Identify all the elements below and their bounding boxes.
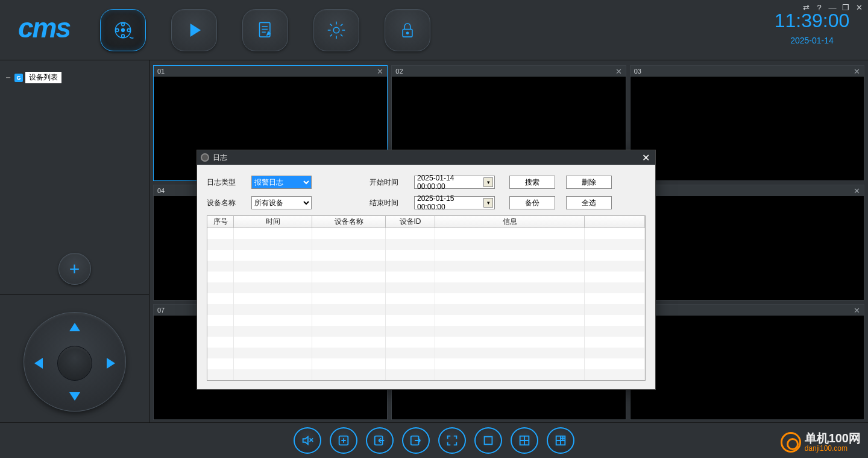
clock-time: 11:39:00 (767, 10, 857, 32)
close-icon[interactable]: ✕ (615, 67, 622, 76)
device-name-select[interactable]: 所有设备 (251, 196, 312, 209)
ptz-center-button[interactable] (57, 346, 92, 381)
lock-icon (396, 19, 419, 42)
dialog-close-button[interactable]: ✕ (640, 152, 652, 164)
document-edit-icon (254, 19, 277, 42)
gear-icon (325, 19, 348, 42)
close-icon[interactable]: ✕ (854, 186, 860, 196)
table-row[interactable] (207, 282, 645, 293)
ptz-up-button[interactable] (69, 323, 80, 331)
layout-9-button[interactable] (547, 427, 574, 454)
playback-tab[interactable] (171, 9, 217, 51)
next-page-button[interactable] (402, 427, 430, 454)
dialog-titlebar[interactable]: 日志 ✕ (197, 150, 655, 165)
svg-point-9 (406, 32, 408, 34)
lock-tab[interactable] (385, 9, 430, 51)
square-icon (482, 434, 495, 447)
log-type-select[interactable]: 报警日志 (251, 176, 312, 189)
video-cell-09[interactable]: 09✕ (630, 304, 864, 420)
log-dialog: 日志 ✕ 日志类型 报警日志 开始时间 2025-01-14 00:00:00 … (197, 150, 656, 390)
chevron-down-icon[interactable]: ▾ (483, 177, 493, 187)
bottom-toolbar: 单机100网 danji100.com (0, 422, 868, 457)
ptz-down-button[interactable] (69, 392, 80, 401)
col-time[interactable]: 时间 (234, 216, 312, 227)
backup-button[interactable]: 备份 (509, 196, 555, 209)
speaker-mute-icon (301, 434, 314, 447)
video-cell-03[interactable]: 03✕ (630, 65, 864, 181)
expand-icon (445, 434, 459, 447)
table-row[interactable] (207, 250, 645, 261)
record-tab[interactable] (100, 9, 146, 51)
table-row[interactable] (207, 358, 645, 369)
chevron-down-icon[interactable]: ▾ (483, 198, 493, 208)
arrow-in-left-icon (373, 434, 386, 447)
svg-point-1 (122, 28, 125, 31)
ptz-right-button[interactable] (107, 358, 115, 369)
mute-button[interactable] (294, 427, 321, 454)
grid-2x2-icon (518, 434, 531, 447)
table-row[interactable] (207, 293, 645, 304)
ptz-left-button[interactable] (34, 358, 43, 369)
table-row[interactable] (207, 369, 645, 380)
select-all-button[interactable]: 全选 (566, 196, 612, 209)
maximize-icon[interactable]: ❐ (840, 2, 851, 12)
watermark-en: danji100.com (805, 445, 861, 453)
end-time-picker[interactable]: 2025-01-15 00:00:00 ▾ (414, 196, 495, 209)
close-icon[interactable]: ✕ (377, 67, 383, 76)
svg-point-2 (122, 23, 125, 26)
dialog-app-icon (201, 153, 209, 162)
table-row[interactable] (207, 228, 645, 239)
close-icon[interactable]: ✕ (854, 67, 860, 76)
delete-button[interactable]: 删除 (566, 176, 612, 189)
search-button[interactable]: 搜索 (509, 176, 555, 189)
device-sidebar: ─ G 设备列表 + (0, 60, 149, 422)
film-reel-icon (112, 19, 134, 42)
device-tree-label: 设备列表 (25, 72, 61, 83)
layout-1-button[interactable] (474, 427, 502, 454)
table-row[interactable] (207, 272, 645, 282)
col-info[interactable]: 信息 (435, 216, 585, 227)
switch-monitor-icon[interactable]: ⇄ (800, 2, 811, 12)
play-icon (183, 19, 206, 42)
tree-collapse-icon[interactable]: ─ (6, 74, 12, 81)
log-tab[interactable] (242, 9, 288, 51)
col-spacer (585, 216, 645, 227)
table-row[interactable] (207, 337, 645, 348)
svg-rect-13 (485, 436, 492, 444)
svg-point-5 (127, 28, 130, 31)
table-row[interactable] (207, 315, 645, 326)
minimize-icon[interactable]: — (827, 2, 838, 12)
fullscreen-button[interactable] (438, 427, 466, 454)
col-dev-id[interactable]: 设备ID (386, 216, 435, 227)
watermark: 单机100网 danji100.com (781, 431, 861, 453)
prev-page-button[interactable] (366, 427, 394, 454)
close-icon[interactable]: ✕ (854, 306, 860, 315)
table-row[interactable] (207, 348, 645, 358)
device-tree-root[interactable]: ─ G 设备列表 (6, 71, 143, 84)
svg-point-3 (122, 34, 125, 37)
log-type-label: 日志类型 (207, 177, 241, 188)
start-time-picker[interactable]: 2025-01-14 00:00:00 ▾ (414, 176, 495, 189)
close-window-icon[interactable]: ✕ (854, 2, 864, 12)
svg-point-4 (116, 28, 119, 31)
table-row[interactable] (207, 304, 645, 315)
table-row[interactable] (207, 261, 645, 272)
col-index[interactable]: 序号 (207, 216, 234, 227)
col-device[interactable]: 设备名称 (312, 216, 386, 227)
app-header: cms (0, 0, 868, 60)
clock-date: 2025-01-14 (767, 36, 857, 45)
help-icon[interactable]: ? (814, 2, 825, 12)
video-cell-06[interactable]: 06✕ (630, 185, 864, 301)
ptz-dpad (24, 312, 126, 412)
table-row[interactable] (207, 326, 645, 337)
logo: cms (18, 11, 70, 44)
add-device-button[interactable]: + (58, 253, 91, 285)
sparkle-box-icon (337, 434, 350, 447)
dialog-title: 日志 (213, 153, 227, 163)
arrow-out-right-icon (409, 434, 423, 447)
settings-tab[interactable] (313, 9, 359, 51)
log-table[interactable]: 序号 时间 设备名称 设备ID 信息 (207, 215, 646, 381)
table-row[interactable] (207, 239, 645, 250)
layout-4-button[interactable] (511, 427, 538, 454)
snapshot-button[interactable] (330, 427, 357, 454)
